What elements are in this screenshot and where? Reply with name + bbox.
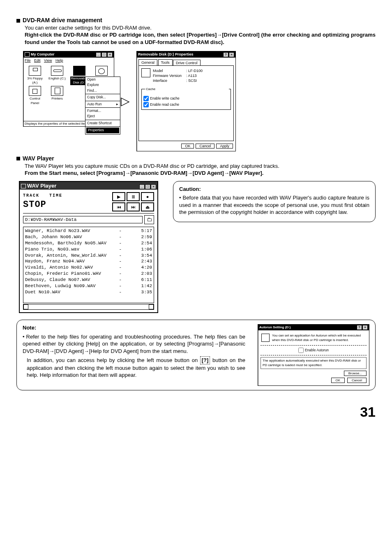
context-menu-item[interactable]: Copy Disk... bbox=[85, 95, 120, 100]
close-button[interactable]: × bbox=[229, 52, 234, 57]
context-menu-item[interactable]: Properties bbox=[86, 127, 120, 133]
time-header: TIME bbox=[49, 193, 62, 198]
minimize-button[interactable]: _ bbox=[139, 184, 145, 189]
track-name: Dvorak, Antonin, New_World.WAV bbox=[25, 253, 109, 259]
menu-view[interactable]: View bbox=[44, 58, 52, 63]
caution-box: Caution: Before data that you have recor… bbox=[173, 181, 376, 222]
drive-item[interactable]: Control Panel bbox=[26, 86, 44, 106]
track-row[interactable]: Duet No10.WAV - 3:35 bbox=[25, 289, 152, 295]
wav-track-list[interactable]: Wagner, Richard No23.WAV - 5:17Bach, Joh… bbox=[23, 227, 154, 303]
enable-autorun-checkbox[interactable] bbox=[298, 348, 304, 353]
close-button[interactable]: × bbox=[107, 52, 113, 57]
help-button[interactable]: ? bbox=[357, 325, 362, 330]
close-button[interactable]: × bbox=[362, 325, 368, 330]
record-button[interactable]: ● bbox=[141, 192, 154, 201]
drive-item[interactable]: English (C:) bbox=[48, 66, 66, 86]
path-input[interactable] bbox=[23, 216, 143, 223]
drive-item[interactable]: 3½ Floppy (A:) bbox=[26, 66, 44, 86]
menu-help[interactable]: Help bbox=[55, 58, 63, 63]
track-row[interactable]: Vivaldi, Antonio No02.WAV - 4:20 bbox=[25, 265, 152, 271]
model-value: : LF-D100 bbox=[186, 68, 203, 73]
section2-instruction: From the Start menu, select [Programs]→[… bbox=[25, 169, 376, 177]
browse-button[interactable]: Browse... bbox=[344, 371, 367, 376]
drive-icon bbox=[51, 86, 63, 96]
drive-item[interactable]: Printers bbox=[48, 86, 66, 106]
context-menu-item[interactable]: Explore bbox=[85, 82, 120, 88]
section-heading-dvdram: DVD-RAM drive management bbox=[16, 16, 376, 24]
context-menu-item[interactable]: Auto Run bbox=[85, 102, 120, 107]
maximize-button[interactable]: □ bbox=[101, 52, 107, 57]
wav-window-controls: _□× bbox=[139, 182, 156, 190]
caution-title: Caution: bbox=[179, 186, 369, 193]
track-name: Duet No10.WAV bbox=[25, 289, 109, 295]
tab-drive-control[interactable]: Drive Control bbox=[173, 60, 201, 66]
track-row[interactable]: Haydon, Franz No94.WAV - 2:43 bbox=[25, 258, 152, 265]
folder-button[interactable]: 🗀 bbox=[144, 215, 154, 224]
transport-buttons: ▶ ≣ ● ⏮ ⏭ ⏏ bbox=[101, 192, 154, 211]
wav-status: STOP bbox=[23, 199, 98, 211]
cancel-button[interactable]: Cancel bbox=[347, 378, 367, 383]
track-row[interactable]: Debussy, Claude No07.WAV - 6:11 bbox=[25, 277, 152, 283]
firmware-label: Firmware Version bbox=[153, 73, 184, 78]
autorun-dialog: Autorun Setting (D:) ?× You can set an a… bbox=[258, 324, 369, 386]
enable-write-cache-label: Enable write cache bbox=[150, 96, 180, 100]
track-name: Vivaldi, Antonio No02.WAV bbox=[25, 265, 109, 271]
section-heading-wav: WAV Player bbox=[16, 155, 376, 162]
drive-icon bbox=[51, 66, 63, 76]
note-p1: Refer to the help files for operating an… bbox=[23, 333, 245, 355]
apply-button[interactable]: Apply bbox=[216, 144, 233, 149]
autorun-titlebar: Autorun Setting (D:) ?× bbox=[258, 325, 369, 330]
track-row[interactable]: Dvorak, Antonin, New_World.WAV - 3:54 bbox=[25, 253, 152, 259]
context-menu-item[interactable]: Format... bbox=[85, 108, 120, 114]
cache-fieldset: Cache Enable write cache Enable read cac… bbox=[141, 89, 231, 110]
note-box: Note: Refer to the help files for operat… bbox=[16, 320, 376, 390]
context-menu-item[interactable]: Find... bbox=[85, 88, 120, 93]
section2-intro: The WAV Player lets you capture music CD… bbox=[25, 162, 376, 170]
tab-tools[interactable]: Tools bbox=[158, 59, 173, 65]
ok-button[interactable]: OK bbox=[331, 378, 345, 383]
track-row[interactable]: Wagner, Richard No23.WAV - 5:17 bbox=[25, 228, 152, 234]
minimize-button[interactable]: _ bbox=[96, 52, 101, 57]
tab-pane-drive-control: Model: LF-D100 Firmware Version: A113 In… bbox=[138, 65, 234, 141]
track-duration: 2:54 bbox=[131, 240, 152, 246]
track-row[interactable]: Bach, Johann No06.WAV - 2:59 bbox=[25, 234, 152, 240]
tab-general[interactable]: General bbox=[138, 59, 157, 65]
wav-scrollbar[interactable] bbox=[23, 304, 154, 310]
wav-player-window: WAV Player _□× TRACK TIME STOP ▶ ≣ ● ⏮ ⏭… bbox=[19, 181, 158, 313]
next-button[interactable]: ⏭ bbox=[127, 202, 140, 211]
play-button[interactable]: ▶ bbox=[112, 192, 125, 201]
prev-button[interactable]: ⏮ bbox=[112, 202, 125, 211]
maximize-button[interactable]: □ bbox=[145, 184, 150, 189]
context-menu-item[interactable]: Eject bbox=[85, 114, 120, 119]
enable-write-cache-checkbox[interactable] bbox=[143, 96, 149, 101]
context-menu: OpenExploreFind...Copy Disk...Auto RunFo… bbox=[85, 77, 120, 135]
track-row[interactable]: Mendessohn, Bartholdy No05.WAV - 2:54 bbox=[25, 240, 152, 246]
track-duration: 1:06 bbox=[131, 246, 152, 253]
eject-button[interactable]: ⏏ bbox=[141, 202, 154, 211]
ok-button[interactable]: OK bbox=[181, 144, 194, 149]
menu-file[interactable]: File bbox=[25, 58, 31, 63]
close-button[interactable]: × bbox=[151, 184, 156, 189]
enable-read-cache-checkbox[interactable] bbox=[143, 102, 149, 107]
context-menu-item[interactable]: Open bbox=[85, 77, 120, 82]
track-row[interactable]: Chopin, Frederic Piano01.WAV - 2:03 bbox=[25, 271, 152, 277]
menu-button[interactable]: ≣ bbox=[127, 192, 140, 201]
drive-icon bbox=[29, 86, 41, 96]
help-button[interactable]: ? bbox=[223, 52, 228, 57]
autorun-app-field: The application automatically executed w… bbox=[261, 357, 367, 369]
context-menu-item[interactable]: Create Shortcut bbox=[85, 121, 120, 126]
track-row[interactable]: Beethoven, Ludwig No09.WAV - 1:42 bbox=[25, 283, 152, 289]
track-row[interactable]: Piano Trio, No03.wav - 1:06 bbox=[25, 246, 152, 253]
drive-label: 3½ Floppy (A:) bbox=[26, 77, 44, 86]
track-duration: 3:35 bbox=[131, 289, 152, 295]
window-controls: _□× bbox=[95, 52, 113, 57]
track-duration: 3:54 bbox=[131, 253, 152, 259]
my-computer-menubar: File Edit View Help bbox=[23, 58, 114, 63]
section1-intro: You can enter cache settings for this DV… bbox=[25, 24, 376, 32]
menu-edit[interactable]: Edit bbox=[34, 58, 41, 63]
track-name: Bach, Johann No06.WAV bbox=[25, 234, 109, 240]
properties-window-controls: ?× bbox=[223, 52, 234, 57]
section1-instruction: Right-click the DVD-RAM disc or PD cartr… bbox=[25, 31, 376, 46]
cancel-button[interactable]: Cancel bbox=[196, 144, 214, 149]
track-duration: 1:42 bbox=[131, 283, 152, 289]
